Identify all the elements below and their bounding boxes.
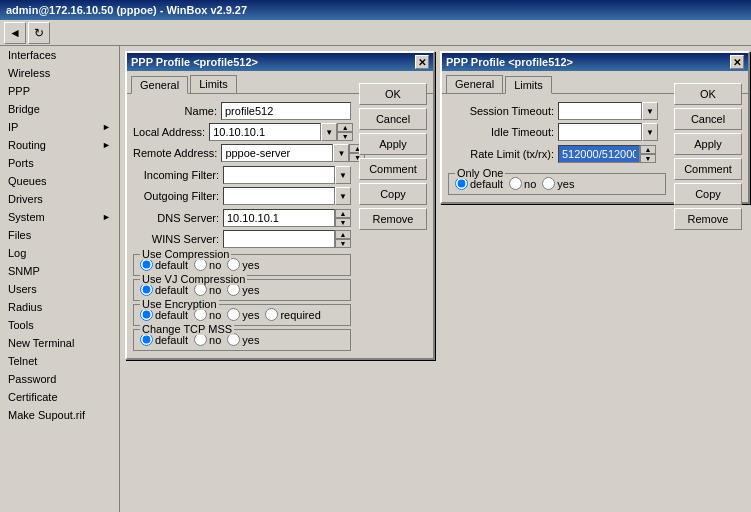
incoming-filter-dropdown[interactable]: ▼ [335,166,351,184]
refresh-button[interactable]: ↻ [28,22,50,44]
wins-server-up[interactable]: ▲ [335,230,351,239]
dns-server-spinner[interactable]: ▲ ▼ [335,209,351,227]
sidebar-label-ppp: PPP [8,85,30,97]
sidebar-item-tools[interactable]: Tools [0,316,119,334]
sidebar-label-wireless: Wireless [8,67,50,79]
rate-limit-input[interactable] [558,145,640,163]
window2-tab-limits[interactable]: Limits [505,76,552,94]
only-one-yes[interactable]: yes [542,177,574,190]
session-timeout-label: Session Timeout: [448,105,558,117]
sidebar-item-ppp[interactable]: PPP [0,82,119,100]
content-area: PPP Profile <profile512> ✕ General Limit… [120,46,751,512]
rate-limit-spinner[interactable]: ▲ ▼ [640,145,656,163]
sidebar-item-users[interactable]: Users [0,280,119,298]
sidebar-item-password[interactable]: Password [0,370,119,388]
sidebar-item-new-terminal[interactable]: New Terminal [0,334,119,352]
sidebar-label-radius: Radius [8,301,42,313]
sidebar-label-ip: IP [8,121,18,133]
rate-limit-label: Rate Limit (tx/rx): [448,148,558,160]
local-address-up[interactable]: ▲ [337,123,353,132]
sidebar-label-users: Users [8,283,37,295]
window1-tab-general[interactable]: General [131,76,188,94]
sidebar-item-drivers[interactable]: Drivers [0,190,119,208]
dns-server-label: DNS Server: [133,212,223,224]
outgoing-filter-label: Outgoing Filter: [133,190,223,202]
remote-address-dropdown[interactable]: ▼ [333,144,349,162]
idle-timeout-input[interactable] [558,123,642,141]
window1-ok-btn[interactable]: OK [359,83,427,105]
rate-limit-up[interactable]: ▲ [640,145,656,154]
window1-comment-btn[interactable]: Comment [359,158,427,180]
sidebar-label-log: Log [8,247,26,259]
window2-apply-btn[interactable]: Apply [674,133,742,155]
encryption-required[interactable]: required [265,308,320,321]
sidebar-item-ip[interactable]: IP► [0,118,119,136]
window2-copy-btn[interactable]: Copy [674,183,742,205]
local-address-row: Local Address: ▼ ▲ ▼ [133,123,351,141]
sidebar-label-drivers: Drivers [8,193,43,205]
wins-server-spinner[interactable]: ▲ ▼ [335,230,351,248]
window2-ok-btn[interactable]: OK [674,83,742,105]
sidebar-item-log[interactable]: Log [0,244,119,262]
window1-title-bar[interactable]: PPP Profile <profile512> ✕ [127,53,433,71]
sidebar-item-make-supout[interactable]: Make Supout.rif [0,406,119,424]
window1-copy-btn[interactable]: Copy [359,183,427,205]
sidebar-item-snmp[interactable]: SNMP [0,262,119,280]
idle-timeout-dropdown[interactable]: ▼ [642,123,658,141]
sidebar-item-bridge[interactable]: Bridge [0,100,119,118]
incoming-filter-input[interactable] [223,166,335,184]
session-timeout-row: Session Timeout: ▼ [448,102,666,120]
window1-tab-limits[interactable]: Limits [190,75,237,93]
window2-title-bar[interactable]: PPP Profile <profile512> ✕ [442,53,748,71]
sidebar-item-routing[interactable]: Routing► [0,136,119,154]
sidebar-item-files[interactable]: Files [0,226,119,244]
rate-limit-down[interactable]: ▼ [640,154,656,163]
only-one-legend: Only One [455,167,505,179]
local-address-down[interactable]: ▼ [337,132,353,141]
sidebar-item-interfaces[interactable]: Interfaces [0,46,119,64]
window1-cancel-btn[interactable]: Cancel [359,108,427,130]
window1-remove-btn[interactable]: Remove [359,208,427,230]
back-button[interactable]: ◄ [4,22,26,44]
window-ppp-profile-2: PPP Profile <profile512> ✕ General Limit… [440,51,750,204]
local-address-dropdown[interactable]: ▼ [321,123,337,141]
sidebar-item-wireless[interactable]: Wireless [0,64,119,82]
wins-server-input[interactable] [223,230,335,248]
sidebar-item-queues[interactable]: Queues [0,172,119,190]
dns-server-input[interactable] [223,209,335,227]
tcp-mss-legend: Change TCP MSS [140,323,234,335]
encryption-legend: Use Encryption [140,298,219,310]
outgoing-filter-input[interactable] [223,187,335,205]
sidebar-label-telnet: Telnet [8,355,37,367]
only-one-no[interactable]: no [509,177,536,190]
outgoing-filter-dropdown[interactable]: ▼ [335,187,351,205]
window2-comment-btn[interactable]: Comment [674,158,742,180]
session-timeout-dropdown[interactable]: ▼ [642,102,658,120]
sidebar-item-certificate[interactable]: Certificate [0,388,119,406]
window1-apply-btn[interactable]: Apply [359,133,427,155]
name-label: Name: [133,105,221,117]
sidebar-item-system[interactable]: System► [0,208,119,226]
dns-server-up[interactable]: ▲ [335,209,351,218]
local-address-spinner[interactable]: ▲ ▼ [337,123,353,141]
compression-yes[interactable]: yes [227,258,259,271]
window2-close-btn[interactable]: ✕ [730,55,744,69]
window2-remove-btn[interactable]: Remove [674,208,742,230]
sidebar-label-tools: Tools [8,319,34,331]
remote-address-row: Remote Address: ▼ ▲ ▼ [133,144,351,162]
window2-cancel-btn[interactable]: Cancel [674,108,742,130]
local-address-input[interactable] [209,123,321,141]
remote-address-input[interactable] [221,144,333,162]
dns-server-down[interactable]: ▼ [335,218,351,227]
session-timeout-input[interactable] [558,102,642,120]
window2-tab-general[interactable]: General [446,75,503,93]
encryption-yes[interactable]: yes [227,308,259,321]
sidebar-item-telnet[interactable]: Telnet [0,352,119,370]
idle-timeout-label: Idle Timeout: [448,126,558,138]
sidebar-label-files: Files [8,229,31,241]
sidebar-item-ports[interactable]: Ports [0,154,119,172]
name-input[interactable] [221,102,351,120]
wins-server-down[interactable]: ▼ [335,239,351,248]
sidebar-item-radius[interactable]: Radius [0,298,119,316]
window1-close-btn[interactable]: ✕ [415,55,429,69]
